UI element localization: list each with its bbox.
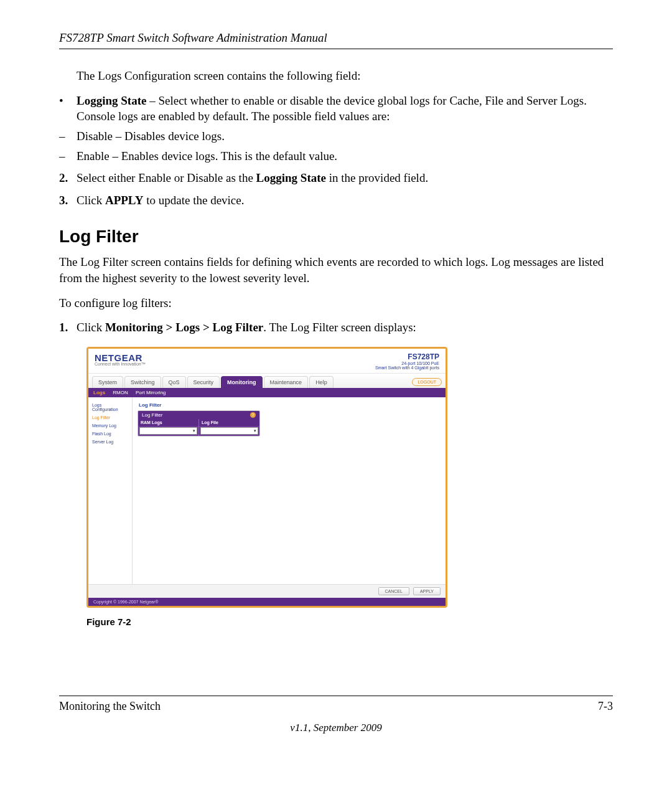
log-file-select[interactable]: ▾ xyxy=(200,427,258,435)
figure-screenshot: NETGEAR Connect with Innovation™ FS728TP… xyxy=(86,347,447,627)
panel-heading: Log Filter xyxy=(142,412,162,418)
footer-right: 7-3 xyxy=(598,700,613,713)
sidebar-memory-log[interactable]: Memory Log xyxy=(88,422,132,430)
logging-state-line: Logging State – Select whether to enable… xyxy=(77,93,613,125)
step-num-2: 2. xyxy=(59,170,77,186)
figure-caption: Figure 7-2 xyxy=(86,616,447,627)
tab-help[interactable]: Help xyxy=(309,376,334,388)
apply-button[interactable]: APPLY xyxy=(413,587,441,595)
step1-text: Click Monitoring > Logs > Log Filter. Th… xyxy=(77,319,613,336)
tab-maintenance[interactable]: Maintenance xyxy=(264,376,309,388)
cancel-button[interactable]: CANCEL xyxy=(378,587,409,595)
tab-system[interactable]: System xyxy=(92,376,123,388)
footer-version: v1.1, September 2009 xyxy=(59,722,613,734)
section-p2: To configure log filters: xyxy=(59,295,613,311)
help-icon[interactable]: ? xyxy=(250,412,256,418)
model-desc1: 24-port 10/100 PoE xyxy=(375,361,439,366)
tab-monitoring[interactable]: Monitoring xyxy=(221,376,263,388)
panel-title: Log Filter xyxy=(139,402,441,408)
step-num-1: 1. xyxy=(59,319,77,336)
dash-mark: – xyxy=(59,128,77,144)
subtab-rmon[interactable]: RMON xyxy=(113,390,128,395)
ram-logs-select[interactable]: ▾ xyxy=(139,427,197,435)
opt-disable: Disable – Disables device logs. xyxy=(77,128,613,144)
opt-enable: Enable – Enables device logs. This is th… xyxy=(77,148,613,164)
step-num-3: 3. xyxy=(59,192,77,209)
step2-text: Select either Enable or Disable as the L… xyxy=(77,170,613,186)
copyright-text: Copyright © 1996-2007 Netgear® xyxy=(88,598,446,606)
step3-text: Click APPLY to update the device. xyxy=(77,192,613,209)
model-desc2: Smart Switch with 4 Gigabit ports xyxy=(375,366,439,370)
section-heading: Log Filter xyxy=(59,227,613,247)
logging-state-label: Logging State xyxy=(77,94,146,107)
sidebar-flash-log[interactable]: Flash Log xyxy=(88,430,132,438)
col-log-file: Log File xyxy=(199,419,259,426)
logging-state-desc: – Select whether to enable or disable th… xyxy=(77,94,587,123)
brand-tagline: Connect with Innovation™ xyxy=(95,362,146,366)
tab-switching[interactable]: Switching xyxy=(124,376,161,388)
col-ram-logs: RAM Logs xyxy=(138,419,198,426)
tab-qos[interactable]: QoS xyxy=(162,376,186,388)
sidebar-logs-configuration[interactable]: Logs Configuration xyxy=(88,401,132,413)
model-name: FS728TP xyxy=(375,352,439,361)
intro-text: The Logs Configuration screen contains t… xyxy=(77,68,613,84)
section-p1: The Log Filter screen contains fields fo… xyxy=(59,254,613,286)
footer-left: Monitoring the Switch xyxy=(59,700,161,713)
subtab-logs[interactable]: Logs xyxy=(93,390,105,395)
page-header-title: FS728TP Smart Switch Software Administra… xyxy=(59,31,327,44)
chevron-down-icon: ▾ xyxy=(193,428,195,433)
dash-mark: – xyxy=(59,148,77,164)
bullet-mark: • xyxy=(59,93,77,125)
tab-security[interactable]: Security xyxy=(187,376,220,388)
logout-button[interactable]: LOGOUT xyxy=(412,378,442,386)
subtab-port-mirroring[interactable]: Port Mirroring xyxy=(136,390,166,395)
sidebar-log-filter[interactable]: Log Filter xyxy=(88,413,132,422)
chevron-down-icon: ▾ xyxy=(254,428,256,433)
sidebar-server-log[interactable]: Server Log xyxy=(88,438,132,446)
